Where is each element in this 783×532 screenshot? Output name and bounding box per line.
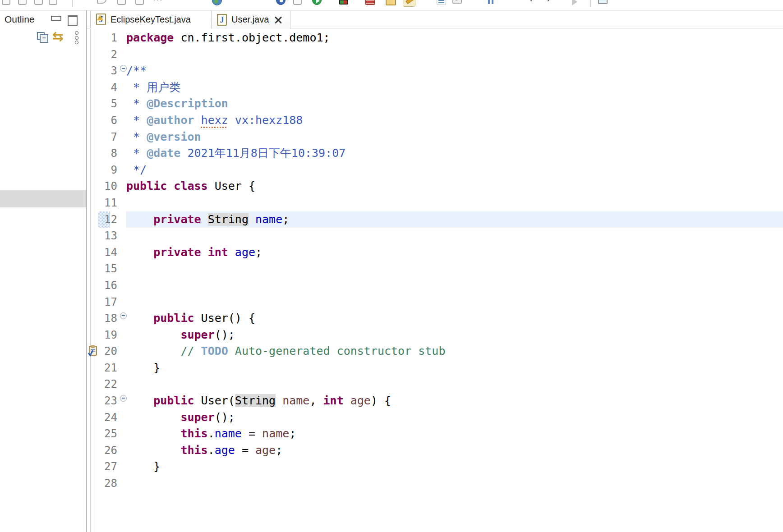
code-line[interactable]: 13 <box>87 228 783 244</box>
annotation-ruler-cell[interactable] <box>87 79 100 96</box>
code-line[interactable]: 4 * 用户类 <box>87 79 783 96</box>
annotation-ruler-cell[interactable] <box>87 261 100 277</box>
code-text[interactable]: /** <box>126 63 783 79</box>
code-line[interactable]: 19 super(); <box>87 327 783 344</box>
code-line[interactable]: 9 */ <box>87 162 783 179</box>
toolbar-icon-web-browser[interactable] <box>212 0 222 5</box>
annotation-ruler-cell[interactable] <box>87 30 100 46</box>
annotation-ruler-cell[interactable] <box>87 228 100 244</box>
code-text[interactable]: * @version <box>126 129 783 146</box>
annotation-ruler-cell[interactable] <box>87 211 100 228</box>
code-line[interactable]: 21 } <box>87 360 783 376</box>
annotation-ruler-cell[interactable] <box>87 244 100 261</box>
annotation-ruler-cell[interactable] <box>87 409 100 426</box>
code-line[interactable]: 26 this.age = age; <box>87 442 783 459</box>
code-text[interactable]: public class User { <box>126 178 783 195</box>
code-text[interactable]: * @author hexz vx:hexz188 <box>126 112 783 129</box>
toolbar-icon-generic-2[interactable] <box>18 0 27 5</box>
code-line[interactable]: 27 } <box>87 459 783 475</box>
toolbar-icon-open-perspective[interactable] <box>598 0 608 4</box>
line-number[interactable]: 2 <box>100 46 120 63</box>
code-line[interactable]: 2 <box>87 46 783 63</box>
line-number[interactable]: 7 <box>100 129 120 146</box>
code-line[interactable]: 28 <box>87 475 783 492</box>
toolbar-icon-generic-8[interactable] <box>452 0 462 4</box>
annotation-ruler-cell[interactable] <box>87 195 100 211</box>
toolbar-icon-last-edit[interactable] <box>572 0 577 5</box>
toolbar-icon-generic-6[interactable] <box>135 0 144 5</box>
code-text[interactable] <box>126 277 783 294</box>
code-text[interactable]: super(); <box>126 327 783 344</box>
toolbar-icon-generic-4[interactable] <box>49 0 57 5</box>
line-number[interactable]: 25 <box>100 426 120 442</box>
line-number[interactable]: 8 <box>100 145 120 162</box>
line-number[interactable]: 22 <box>100 376 120 393</box>
line-number[interactable]: 16 <box>100 277 120 294</box>
toolbar-icon-debug[interactable] <box>276 0 286 5</box>
line-number[interactable]: 28 <box>100 475 120 492</box>
code-text[interactable]: private String name; <box>126 211 783 228</box>
code-line[interactable]: 1package cn.first.object.demo1; <box>87 30 783 46</box>
annotation-ruler-cell[interactable] <box>87 96 100 112</box>
code-line[interactable]: 22 <box>87 376 783 393</box>
code-line[interactable]: 8 * @date 2021年11月8日下午10:39:07 <box>87 145 783 162</box>
line-number[interactable]: 20 <box>100 343 120 360</box>
tab-label[interactable]: EclipseKeyTest.java <box>111 14 191 25</box>
code-line[interactable]: 24 super(); <box>87 409 783 426</box>
toolbar-icon-columns[interactable] <box>487 0 494 4</box>
code-text[interactable]: * 用户类 <box>126 79 783 96</box>
line-number[interactable]: 14 <box>100 244 120 261</box>
line-number[interactable]: 4 <box>100 79 120 96</box>
annotation-ruler-cell[interactable] <box>87 376 100 393</box>
annotation-ruler-cell[interactable] <box>87 343 100 360</box>
todo-task-marker-icon[interactable] <box>88 345 98 357</box>
toolbar-icon-forward-history[interactable]: › <box>547 0 549 4</box>
annotation-ruler-cell[interactable] <box>87 277 100 294</box>
code-line[interactable]: 17 <box>87 294 783 311</box>
toolbar-icon-generic-7[interactable] <box>293 0 302 5</box>
code-line[interactable]: 10public class User { <box>87 178 783 195</box>
code-line[interactable]: 20 // TODO Auto-generated constructor st… <box>87 343 783 360</box>
annotation-ruler-cell[interactable] <box>87 459 100 475</box>
code-line[interactable]: 5 * @Description <box>87 96 783 112</box>
code-text[interactable]: // TODO Auto-generated constructor stub <box>126 343 783 360</box>
code-text[interactable]: } <box>126 360 783 376</box>
collapse-all-icon[interactable] <box>36 31 48 43</box>
code-text[interactable] <box>126 294 783 311</box>
annotation-ruler-cell[interactable] <box>87 178 100 195</box>
annotation-ruler-cell[interactable] <box>87 327 100 344</box>
code-line[interactable]: 11 <box>87 195 783 211</box>
toolbar-icon-mark-occurrences-pressed[interactable] <box>403 0 415 7</box>
code-text[interactable]: super(); <box>126 409 783 426</box>
code-text[interactable]: this.age = age; <box>126 442 783 459</box>
toolbar-icon-generic-3[interactable] <box>34 0 43 5</box>
line-number[interactable]: 13 <box>100 228 120 244</box>
code-text[interactable] <box>126 475 783 492</box>
fold-collapse-icon[interactable] <box>120 312 127 319</box>
code-text[interactable] <box>126 195 783 211</box>
annotation-ruler-cell[interactable] <box>87 360 100 376</box>
code-text[interactable] <box>126 261 783 277</box>
toolbar-icon-coverage[interactable] <box>339 0 348 5</box>
code-text[interactable]: package cn.first.object.demo1; <box>126 30 783 46</box>
line-number[interactable]: 17 <box>100 294 120 311</box>
code-text[interactable]: this.name = name; <box>126 426 783 442</box>
view-menu-icon[interactable] <box>74 31 79 45</box>
fold-collapse-icon[interactable] <box>120 395 127 402</box>
annotation-ruler-cell[interactable] <box>87 145 100 162</box>
line-number[interactable]: 3 <box>100 63 120 79</box>
java-editor[interactable]: 1package cn.first.object.demo1;23/**4 * … <box>87 29 783 532</box>
annotation-ruler-cell[interactable] <box>87 442 100 459</box>
minimize-view-icon[interactable] <box>51 15 60 23</box>
line-number[interactable]: 6 <box>100 112 120 129</box>
code-text[interactable] <box>126 46 783 63</box>
annotation-ruler-cell[interactable] <box>87 162 100 179</box>
annotation-ruler-cell[interactable] <box>87 46 100 63</box>
toolbar-icon-problems-list[interactable] <box>437 0 446 5</box>
fold-collapse-icon[interactable] <box>120 65 127 72</box>
toolbar-icon-comment[interactable] <box>97 0 106 4</box>
code-text[interactable]: private int age; <box>126 244 783 261</box>
code-line[interactable]: 25 this.name = name; <box>87 426 783 442</box>
toolbar-icon-back-history[interactable]: ‹ <box>530 0 532 4</box>
annotation-ruler-cell[interactable] <box>87 294 100 311</box>
